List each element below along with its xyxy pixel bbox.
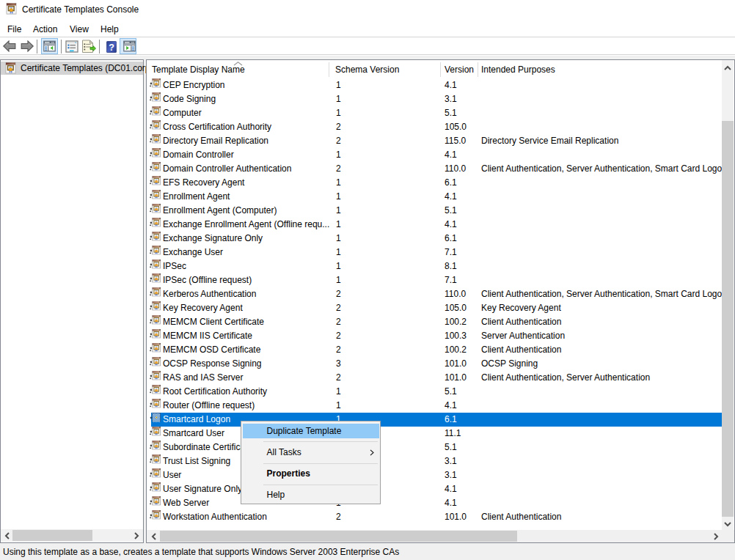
svg-text:?: ? <box>109 43 114 53</box>
